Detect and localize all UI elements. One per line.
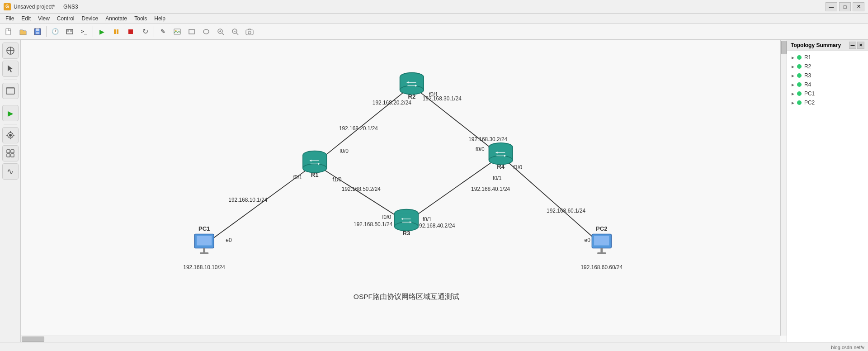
svg-rect-38 — [7, 154, 10, 157]
topo-item-label: PC1 — [804, 90, 815, 97]
titlebar-controls: — □ ✕ — [826, 2, 864, 11]
devices-tool-btn[interactable] — [2, 145, 19, 161]
port-r1-f01: f0/1 — [293, 174, 302, 180]
svg-rect-84 — [200, 252, 208, 254]
ip-r2-r4-r4side: 192.168.30.2/24 — [468, 136, 507, 142]
svg-text:R3: R3 — [403, 230, 410, 237]
menu-item-edit[interactable]: Edit — [18, 14, 34, 23]
reload-btn[interactable]: ↻ — [138, 25, 152, 38]
port-r3-f01: f0/1 — [423, 216, 432, 223]
router-r3[interactable]: R3 — [395, 209, 418, 237]
menu-item-tools[interactable]: Tools — [131, 14, 151, 23]
router-r2[interactable]: R2 — [400, 73, 424, 100]
preferences-btn[interactable]: 🕐 — [48, 25, 62, 38]
ip-r1-r3-r3side: 192.168.50.2/24 — [342, 186, 381, 192]
stop-btn[interactable] — [124, 25, 137, 38]
chevron-icon: ► — [791, 55, 795, 60]
topo-item-label: R3 — [804, 72, 811, 79]
port-r1-f10: f1/0 — [333, 176, 342, 183]
topology-pin-btn[interactable]: — — [849, 42, 856, 49]
cable-tool-btn[interactable]: ∿ — [2, 163, 19, 180]
topology-item-pc1[interactable]: ► PC1 — [787, 89, 868, 98]
menu-item-device[interactable]: Device — [78, 14, 102, 23]
move-tool-btn[interactable] — [2, 43, 19, 59]
capture-tool-btn[interactable] — [2, 127, 19, 143]
toolbar-separator-2 — [93, 26, 93, 37]
svg-rect-4 — [36, 32, 39, 34]
sidebar-sep-2 — [4, 102, 17, 102]
console-panel-btn[interactable] — [2, 83, 19, 99]
edit-btn[interactable]: ✎ — [156, 25, 170, 38]
maximize-button[interactable]: □ — [839, 2, 851, 11]
rectangle-btn[interactable] — [185, 25, 198, 38]
canvas-area[interactable]: 192.168.20.1/24 192.168.20.2/24 f0/0 192… — [21, 40, 787, 342]
select-tool-btn[interactable] — [2, 61, 19, 77]
chevron-icon: ► — [791, 64, 795, 69]
link-r1-r3 — [315, 164, 406, 222]
chevron-icon: ► — [791, 73, 795, 78]
ellipse-btn[interactable] — [199, 25, 213, 38]
start-btn[interactable]: ▶ — [95, 25, 108, 38]
svg-rect-8 — [114, 29, 116, 34]
new-file-btn[interactable] — [2, 25, 15, 38]
topology-close-btn[interactable]: ✕ — [857, 42, 864, 49]
topo-item-label: PC2 — [804, 100, 815, 106]
titlebar-title: Unsaved project* — GNS3 — [14, 4, 78, 10]
port-r4-f10: f1/0 — [513, 164, 522, 171]
svg-rect-88 — [600, 248, 603, 252]
status-dot — [797, 82, 802, 87]
device-btn[interactable] — [63, 25, 76, 38]
console-btn[interactable]: >_ — [77, 25, 91, 38]
router-r1[interactable]: R1 — [303, 151, 326, 178]
chevron-icon: ► — [791, 91, 795, 96]
close-button[interactable]: ✕ — [853, 2, 864, 11]
topology-item-r2[interactable]: ► R2 — [787, 62, 868, 71]
chevron-icon: ► — [791, 82, 795, 87]
suspend-btn[interactable] — [109, 25, 123, 38]
port-r2-f01: f0/1 — [429, 91, 438, 98]
play-tool-btn[interactable]: ▶ — [2, 105, 19, 121]
menu-item-view[interactable]: View — [34, 14, 53, 23]
svg-point-23 — [248, 31, 251, 34]
topology-item-r3[interactable]: ► R3 — [787, 71, 868, 80]
toolbar-separator-3 — [154, 26, 154, 37]
svg-text:PC2: PC2 — [596, 225, 608, 232]
port-pc1-e0: e0 — [226, 237, 232, 243]
svg-rect-89 — [597, 252, 606, 254]
status-dot — [797, 91, 802, 96]
pc1-node[interactable]: PC1 — [194, 225, 214, 254]
router-r4[interactable]: R4 — [489, 143, 512, 170]
zoom-in-btn[interactable] — [214, 25, 227, 38]
zoom-out-btn[interactable] — [228, 25, 242, 38]
topology-item-r1[interactable]: ► R1 — [787, 53, 868, 62]
topology-panel: Topology Summary — ✕ ► R1 ► R2 ► R3 ► R4… — [787, 40, 868, 342]
menu-item-file[interactable]: File — [2, 14, 18, 23]
statusbar: blog.csdn.net/v — [0, 342, 868, 351]
minimize-button[interactable]: — — [826, 2, 837, 11]
image-btn[interactable] — [170, 25, 184, 38]
menubar: FileEditViewControlDeviceAnnotateToolsHe… — [0, 14, 868, 24]
svg-text:PC1: PC1 — [198, 225, 210, 232]
topology-item-pc2[interactable]: ► PC2 — [787, 98, 868, 107]
pc2-node[interactable]: PC2 — [592, 225, 611, 254]
svg-rect-82 — [197, 236, 212, 245]
topology-header: Topology Summary — ✕ — [787, 40, 868, 51]
horizontal-scrollbar[interactable] — [21, 336, 780, 342]
open-file-btn[interactable] — [16, 25, 30, 38]
svg-text:R1: R1 — [311, 171, 319, 178]
svg-rect-39 — [11, 154, 14, 157]
camera-btn[interactable] — [243, 25, 256, 38]
svg-point-14 — [203, 29, 209, 34]
sidebar-sep-3 — [4, 124, 17, 124]
save-btn[interactable] — [31, 25, 44, 38]
menu-item-control[interactable]: Control — [53, 14, 78, 23]
svg-line-18 — [222, 33, 224, 35]
sidebar-sep-1 — [4, 80, 17, 80]
svg-point-31 — [9, 134, 12, 137]
menu-item-annotate[interactable]: Annotate — [102, 14, 131, 23]
topology-item-r4[interactable]: ► R4 — [787, 80, 868, 89]
menu-item-help[interactable]: Help — [151, 14, 169, 23]
ip-r3-r4-r4side: 192.168.40.1/24 — [471, 186, 510, 192]
svg-rect-29 — [6, 88, 14, 89]
vertical-scrollbar[interactable] — [780, 40, 787, 336]
